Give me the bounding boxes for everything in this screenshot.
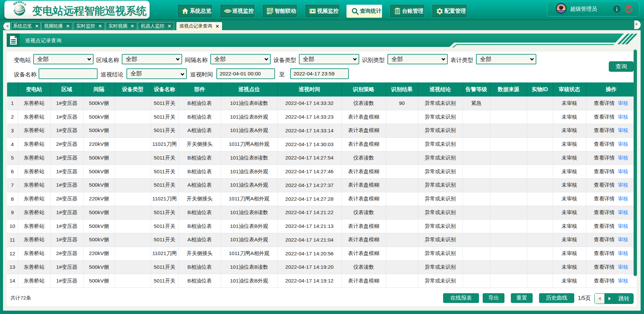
svg-text:i: i [616, 6, 618, 12]
